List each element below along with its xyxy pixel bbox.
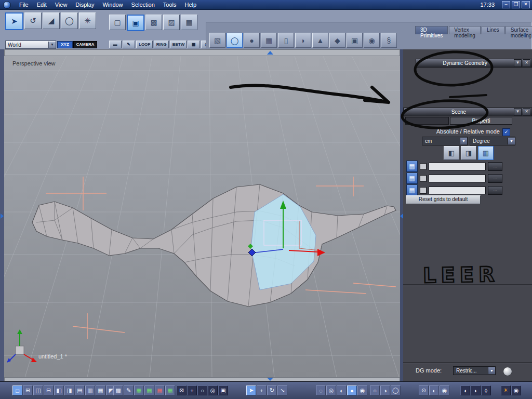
grid-more-button[interactable]: ... bbox=[488, 186, 502, 195]
twoside-display-button[interactable]: ◯ bbox=[391, 385, 401, 395]
ring-button[interactable]: RING bbox=[154, 41, 169, 48]
viewport-layout-grid-button[interactable]: ▦ bbox=[96, 385, 105, 395]
collapse-panel-icon[interactable]: ▼ bbox=[514, 59, 522, 67]
tab-lines[interactable]: Lines bbox=[482, 26, 504, 34]
pan-camera-button[interactable]: ◢ bbox=[43, 12, 60, 29]
maximize-button[interactable]: ❒ bbox=[512, 1, 520, 8]
pan-down-arrow[interactable] bbox=[267, 378, 273, 381]
xyz-button[interactable]: XYZ bbox=[57, 41, 73, 48]
eye-direction-button[interactable]: ◐ bbox=[429, 385, 439, 395]
primitive-plane-button[interactable]: ▦ bbox=[261, 33, 277, 48]
viewport-top-scrollstrip[interactable] bbox=[4, 49, 400, 56]
zoom-camera-button[interactable]: ◯ bbox=[61, 12, 78, 29]
translate-mode-button[interactable]: + bbox=[257, 385, 267, 395]
primitive-rounded-cube-button[interactable]: ▣ bbox=[347, 33, 363, 48]
dg-mode-select[interactable]: Restric... ▼ bbox=[453, 366, 496, 375]
primitive-helix-button[interactable]: § bbox=[381, 33, 397, 48]
bend-button[interactable]: ◗ bbox=[471, 385, 481, 395]
chevron-down-icon[interactable]: ▼ bbox=[48, 42, 56, 48]
wireframe-shading-button[interactable]: ◌ bbox=[316, 385, 326, 395]
grid-enable-checkbox[interactable] bbox=[420, 187, 427, 194]
smooth-shading-button[interactable]: ● bbox=[347, 385, 357, 395]
rotate-camera-button[interactable]: ↺ bbox=[24, 12, 42, 29]
textured-shading-button[interactable]: ◉ bbox=[357, 385, 367, 395]
viewport-layout-columns-button[interactable]: ▥ bbox=[85, 385, 95, 395]
collapse-panel-icon[interactable]: ▼ bbox=[514, 108, 522, 116]
grid-value-input-3[interactable] bbox=[429, 187, 486, 194]
grid-plane-icon[interactable]: ▦ bbox=[406, 172, 418, 184]
viewport-layout-two-horizontal-button[interactable]: ⊟ bbox=[44, 385, 54, 395]
orbit-view-button[interactable]: ⊙ bbox=[419, 385, 429, 395]
symmetry-button[interactable]: ◖ bbox=[460, 385, 470, 395]
edge-mode-button[interactable]: ▣ bbox=[127, 15, 144, 31]
menu-view[interactable]: View bbox=[51, 2, 72, 8]
grid-value-input-2[interactable] bbox=[429, 175, 486, 182]
primitive-polyhedron-button[interactable]: ◆ bbox=[329, 33, 345, 48]
grid-snap-button[interactable]: ▦ bbox=[144, 385, 154, 395]
close-panel-icon[interactable]: ✕ bbox=[523, 59, 530, 67]
chevron-down-icon[interactable]: ▼ bbox=[508, 138, 515, 144]
frame-selection-button[interactable]: ▣ bbox=[218, 385, 228, 395]
menu-file[interactable]: File bbox=[15, 2, 33, 8]
dynamic-geometry-panel-header[interactable]: Dynamic Geometry ▼ ✕ bbox=[416, 59, 532, 68]
chevron-down-icon[interactable]: ▼ bbox=[488, 367, 495, 374]
world-selector[interactable]: World ▼ bbox=[5, 41, 56, 49]
viewport-bottom-scrollstrip[interactable] bbox=[4, 377, 400, 381]
primitive-geosphere-button[interactable]: ◉ bbox=[364, 33, 380, 48]
app-logo-icon[interactable] bbox=[3, 1, 11, 9]
loop-button[interactable]: LOOP bbox=[136, 41, 153, 48]
paint-mode-button[interactable]: ✎ bbox=[124, 385, 134, 395]
edge-pick-button[interactable]: ▬ bbox=[109, 41, 122, 48]
edge-paint-button[interactable]: ✎ bbox=[123, 41, 135, 48]
viewport-canvas[interactable] bbox=[4, 56, 400, 377]
viewport-layout-two-vertical-button[interactable]: ◫ bbox=[33, 385, 43, 395]
grid-enable-checkbox[interactable] bbox=[420, 163, 427, 170]
scale-mode-button[interactable]: ↘ bbox=[277, 385, 287, 395]
angle-unit-select[interactable]: Degree ▼ bbox=[470, 137, 515, 145]
grid-plane-xy-button[interactable]: ◧ bbox=[444, 146, 459, 160]
hidden-line-shading-button[interactable]: ◎ bbox=[326, 385, 336, 395]
primitive-teardrop-button[interactable]: ◗ bbox=[295, 33, 311, 48]
grid-enable-checkbox[interactable] bbox=[420, 175, 427, 182]
grid-axis-button[interactable]: ▦ bbox=[155, 385, 165, 395]
menu-window[interactable]: Window bbox=[98, 2, 127, 8]
face-mode-button[interactable]: ▩ bbox=[145, 15, 162, 30]
between-button[interactable]: BETW bbox=[170, 41, 187, 48]
soft-selection-button[interactable]: ▦ bbox=[181, 15, 197, 30]
menu-display[interactable]: Display bbox=[71, 2, 98, 8]
minimize-button[interactable]: – bbox=[502, 1, 510, 8]
grid-value-input-1[interactable] bbox=[429, 163, 486, 170]
grid-plane-button[interactable]: ▦ bbox=[165, 385, 175, 395]
target-view-button[interactable]: ◉ bbox=[440, 385, 449, 395]
menu-tools[interactable]: Tools bbox=[159, 2, 181, 8]
rotate-mode-button[interactable]: ↻ bbox=[267, 385, 277, 395]
grid-plane-xz-button[interactable]: ▦ bbox=[478, 146, 494, 160]
grid-display-button[interactable]: ▦ bbox=[134, 385, 144, 395]
chevron-down-icon[interactable]: ▼ bbox=[460, 138, 467, 144]
left-splitter[interactable] bbox=[0, 49, 4, 381]
pivot-button[interactable]: + bbox=[187, 385, 197, 395]
viewport-layout-right-split-button[interactable]: ◨ bbox=[64, 385, 74, 395]
light-button[interactable]: ☀ bbox=[501, 385, 511, 395]
measure-button[interactable]: ◊ bbox=[481, 385, 491, 395]
viewport-layout-single-button[interactable]: □ bbox=[12, 385, 22, 395]
edge-grow-button[interactable]: ▦ bbox=[188, 41, 200, 48]
zoom-region-button[interactable]: ○ bbox=[197, 385, 207, 395]
grid-plane-icon[interactable]: ▦ bbox=[406, 161, 418, 172]
tab-scene[interactable] bbox=[405, 117, 449, 125]
viewport-layout-left-split-button[interactable]: ◧ bbox=[54, 385, 64, 395]
scene-panel-header[interactable]: Scene ▼ ✕ bbox=[403, 108, 532, 116]
universal-manipulator-button[interactable]: ✳ bbox=[79, 12, 96, 29]
pan-left-arrow[interactable] bbox=[1, 214, 4, 219]
primitive-sphere-button[interactable]: ◯ bbox=[227, 33, 243, 48]
perspective-viewport[interactable]: Perspective view untitled_1 * bbox=[4, 56, 400, 377]
menu-edit[interactable]: Edit bbox=[33, 2, 51, 8]
select-tool-button[interactable]: ➤ bbox=[5, 12, 23, 30]
viewport-layout-quad-button[interactable]: ⊞ bbox=[23, 385, 33, 395]
close-button[interactable]: ✕ bbox=[522, 1, 530, 8]
menu-selection[interactable]: Selection bbox=[127, 2, 159, 8]
vertex-mode-button[interactable]: ▢ bbox=[109, 15, 126, 30]
uv-checker-button[interactable]: ▩ bbox=[113, 385, 123, 395]
grid-more-button[interactable]: ... bbox=[488, 174, 502, 183]
length-unit-select[interactable]: cm ▼ bbox=[422, 137, 468, 145]
